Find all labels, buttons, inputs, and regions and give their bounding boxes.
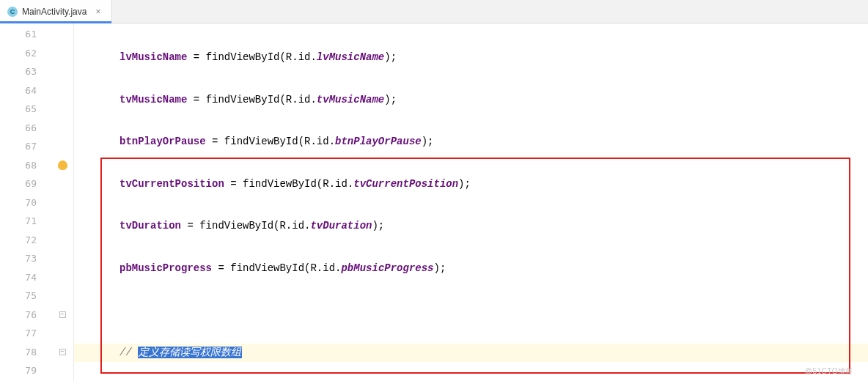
- line-number: 78: [0, 343, 37, 362]
- code-area[interactable]: lvMusicName = findViewById(R.id.lvMusicN…: [74, 23, 868, 381]
- java-class-icon: C: [7, 7, 18, 17]
- intention-bulb-icon[interactable]: [58, 160, 67, 170]
- code-editor[interactable]: 61626364656667686970717273747576777879 −…: [0, 23, 868, 381]
- line-number: 65: [0, 100, 37, 119]
- line-number: 62: [0, 44, 37, 63]
- line-number: 74: [0, 268, 37, 287]
- line-number: 75: [0, 286, 37, 306]
- code-line: tvMusicName = findViewById(R.id.tvMusicN…: [74, 91, 868, 110]
- gutter-slot: −: [51, 343, 73, 362]
- tab-bar: C MainActivity.java ×: [0, 0, 868, 23]
- gutter-slot: [51, 44, 73, 63]
- line-number: 63: [0, 62, 37, 81]
- line-number: 67: [0, 137, 37, 156]
- code-line: btnPlayOrPause = findViewById(R.id.btnPl…: [74, 133, 868, 152]
- gutter-slot: [51, 212, 73, 231]
- gutter-slot: [51, 156, 73, 175]
- gutter-slot: [51, 231, 73, 250]
- gutter-slot: [51, 137, 73, 156]
- gutter-slot: [51, 193, 73, 212]
- line-number: 77: [0, 324, 37, 343]
- file-tab[interactable]: C MainActivity.java ×: [0, 0, 112, 23]
- line-number: 68: [0, 156, 37, 175]
- gutter-slot: [51, 174, 73, 193]
- gutter-slot: −: [51, 306, 73, 325]
- close-icon[interactable]: ×: [95, 7, 100, 17]
- line-number: 64: [0, 81, 37, 100]
- gutter-slot: [51, 268, 73, 287]
- gutter-slot: [51, 286, 73, 306]
- gutter-slot: [51, 324, 73, 343]
- gutter-slot: [51, 100, 73, 119]
- code-line-highlighted: // 定义存储读写权限数组: [74, 344, 868, 363]
- code-line: pbMusicProgress = findViewById(R.id.pbMu…: [74, 259, 868, 278]
- code-line: [74, 301, 868, 320]
- line-number: 70: [0, 193, 37, 212]
- gutter-slot: [51, 249, 73, 268]
- line-number: 61: [0, 25, 37, 44]
- gutter-slot: [51, 361, 73, 380]
- fold-end-icon[interactable]: −: [59, 349, 66, 355]
- line-number-gutter: 61626364656667686970717273747576777879: [0, 23, 51, 381]
- fold-start-icon[interactable]: −: [59, 311, 66, 318]
- watermark-cto: @51CTO博客: [805, 366, 853, 377]
- line-number: 69: [0, 174, 37, 193]
- tab-title: MainActivity.java: [22, 7, 87, 17]
- gutter-slot: [51, 62, 73, 81]
- code-line: tvDuration = findViewById(R.id.tvDuratio…: [74, 217, 868, 236]
- line-number: 76: [0, 306, 37, 325]
- line-number: 79: [0, 361, 37, 380]
- text-selection: 定义存储读写权限数组: [138, 347, 242, 358]
- line-number: 66: [0, 119, 37, 138]
- gutter-slot: [51, 25, 73, 44]
- line-number: 71: [0, 212, 37, 231]
- line-number: 72: [0, 231, 37, 250]
- code-line: tvCurrentPosition = findViewById(R.id.tv…: [74, 175, 868, 194]
- gutter-slot: [51, 119, 73, 138]
- gutter-slot: [51, 81, 73, 100]
- line-number: 73: [0, 249, 37, 268]
- code-line: lvMusicName = findViewById(R.id.lvMusicN…: [74, 48, 868, 67]
- editor-icon-gutter: −−: [51, 23, 73, 381]
